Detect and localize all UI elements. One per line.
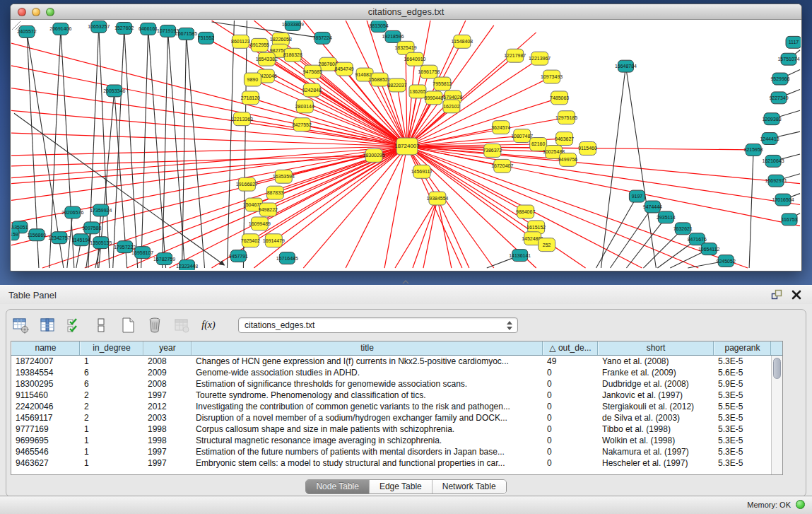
graph-node[interactable]: 3624574: [491, 121, 510, 134]
graph-node[interactable]: 15716485: [276, 252, 298, 264]
graph-node[interactable]: 19218596: [382, 30, 404, 42]
column-header-in_degree[interactable]: in_degree: [80, 341, 143, 355]
show-columns-icon[interactable]: [39, 317, 56, 334]
graph-node[interactable]: 9227349: [769, 92, 788, 104]
graph-node[interactable]: 9499756: [558, 153, 577, 166]
graph-node[interactable]: 1156869: [28, 229, 47, 241]
graph-node[interactable]: 8601123: [231, 35, 250, 48]
tab-edge-table[interactable]: Edge Table: [369, 480, 432, 493]
graph-node[interactable]: 887833: [266, 186, 283, 199]
network-canvas[interactable]: 1872400724055722069140610653257152760264…: [11, 21, 801, 270]
graph-node[interactable]: 12213967: [529, 52, 551, 65]
table-row[interactable]: 946554611997Estimation of the future num…: [11, 446, 771, 457]
table-select-dropdown[interactable]: citations_edges.txt: [238, 317, 518, 333]
graph-node[interactable]: 16961758: [418, 65, 440, 78]
graph-node[interactable]: 16958107: [131, 247, 153, 259]
table-row[interactable]: 1830029562008Estimation of significance …: [11, 378, 771, 390]
graph-node[interactable]: 16640910: [404, 52, 425, 66]
graph-node[interactable]: 9463627: [555, 132, 574, 146]
graph-node[interactable]: 19166827: [236, 177, 258, 191]
graph-node[interactable]: 9474444: [643, 201, 662, 213]
graph-node[interactable]: 16671585: [175, 28, 197, 40]
graph-node[interactable]: 162102: [443, 100, 460, 113]
graph-node[interactable]: 7857224: [313, 32, 332, 44]
graph-node[interactable]: 16648784: [615, 60, 637, 72]
graph-node[interactable]: 39159: [11, 228, 19, 240]
graph-node[interactable]: 1145194: [71, 234, 90, 246]
graph-node[interactable]: 14569117: [411, 165, 433, 178]
resize-grip[interactable]: [11, 21, 21, 30]
graph-node[interactable]: 9884067: [516, 205, 535, 218]
graph-node[interactable]: 7625402: [241, 234, 260, 247]
graph-node[interactable]: 7485063: [550, 91, 569, 105]
graph-node[interactable]: 8186328: [283, 48, 302, 62]
column-header-title[interactable]: title: [192, 341, 543, 355]
graph-node[interactable]: 12342757: [48, 232, 70, 244]
graph-node[interactable]: 15751074: [777, 53, 799, 65]
graph-node[interactable]: 16353594: [273, 170, 295, 183]
table-row[interactable]: 1938455462009Genome-wide association stu…: [11, 367, 771, 378]
graph-node[interactable]: 16033809: [282, 21, 304, 30]
graph-node[interactable]: 10653257: [88, 21, 110, 33]
table-scrollbar-thumb[interactable]: [773, 358, 781, 379]
graph-node[interactable]: 12217987: [504, 49, 526, 62]
graph-node[interactable]: 19384554: [426, 192, 448, 205]
delete-column-icon[interactable]: [146, 317, 163, 334]
graph-node[interactable]: 9529966: [770, 73, 789, 85]
graph-node[interactable]: 9245052: [717, 255, 736, 267]
row-stack-icon[interactable]: [93, 317, 110, 334]
table-row[interactable]: 946362711997Embryonic stem cells: a mode…: [11, 457, 771, 469]
table-row[interactable]: 977716911998Corpus callosum shape and si…: [11, 424, 771, 435]
graph-node[interactable]: 18724007: [394, 138, 420, 155]
graph-node[interactable]: 2935114: [657, 211, 676, 223]
graph-node[interactable]: 9115460: [578, 142, 597, 156]
graph-node[interactable]: 9097588: [82, 222, 101, 234]
table-scrollbar[interactable]: [771, 356, 782, 474]
graph-node[interactable]: 2803144: [295, 100, 314, 113]
graph-node[interactable]: 252: [539, 238, 555, 252]
graph-node[interactable]: 2718120: [241, 91, 260, 105]
float-panel-icon[interactable]: [771, 289, 782, 300]
graph-node[interactable]: 12213363: [231, 112, 253, 126]
pane-divider-handle[interactable]: [402, 280, 409, 284]
graph-node[interactable]: 7955812: [433, 77, 452, 90]
graph-node[interactable]: 12323448: [176, 260, 198, 270]
graph-node[interactable]: 16543382: [256, 52, 278, 66]
table-row[interactable]: 969969511998Structural magnetic resonanc…: [11, 435, 771, 446]
column-header-out_de[interactable]: △ out_de...: [543, 341, 598, 355]
graph-node[interactable]: 10973493: [541, 70, 563, 83]
graph-node[interactable]: 17016504: [772, 194, 794, 206]
table-row[interactable]: 1872400712008Changes of HCN gene express…: [11, 356, 771, 367]
graph-node[interactable]: 7386372: [483, 144, 502, 158]
graph-node[interactable]: 9242848: [302, 83, 322, 97]
network-window[interactable]: citations_edges.txt 18724007240557220691…: [10, 4, 802, 271]
graph-node[interactable]: 11548408: [452, 35, 473, 48]
graph-node[interactable]: 12975185: [555, 111, 577, 124]
graph-node[interactable]: 8427552: [293, 118, 312, 132]
graph-node[interactable]: 8454749: [335, 62, 354, 76]
graph-node[interactable]: 20206576: [61, 206, 83, 218]
function-builder-icon[interactable]: f(x): [200, 317, 217, 334]
column-header-name[interactable]: name: [11, 341, 80, 355]
graph-node[interactable]: 9197: [629, 190, 645, 202]
table-row[interactable]: 911546021997Tourette syndrome. Phenomeno…: [11, 390, 771, 401]
graph-node[interactable]: 9475685: [303, 65, 322, 78]
close-panel-icon[interactable]: [791, 289, 802, 300]
graph-node[interactable]: 116753: [782, 214, 798, 226]
graph-node[interactable]: 20691406: [49, 23, 71, 35]
graph-node[interactable]: 6466161: [139, 23, 158, 35]
graph-node[interactable]: 8990448: [424, 91, 443, 105]
network-window-titlebar[interactable]: citations_edges.txt: [11, 4, 801, 20]
column-header-pagerank[interactable]: pagerank: [714, 341, 771, 355]
check-columns-icon[interactable]: [66, 317, 83, 334]
graph-node[interactable]: 16210643: [763, 155, 784, 167]
graph-node[interactable]: 1244413: [760, 133, 779, 145]
graph-node[interactable]: 16099489: [249, 217, 271, 230]
graph-node[interactable]: 9457791: [229, 250, 248, 262]
graph-node[interactable]: 20053346: [103, 85, 125, 97]
graph-node[interactable]: 7632621: [673, 223, 693, 235]
graph-node[interactable]: 16914479: [263, 234, 285, 247]
graph-node[interactable]: 1209383: [762, 113, 781, 125]
column-header-year[interactable]: year: [143, 341, 192, 355]
graph-node[interactable]: 1117: [786, 36, 801, 48]
